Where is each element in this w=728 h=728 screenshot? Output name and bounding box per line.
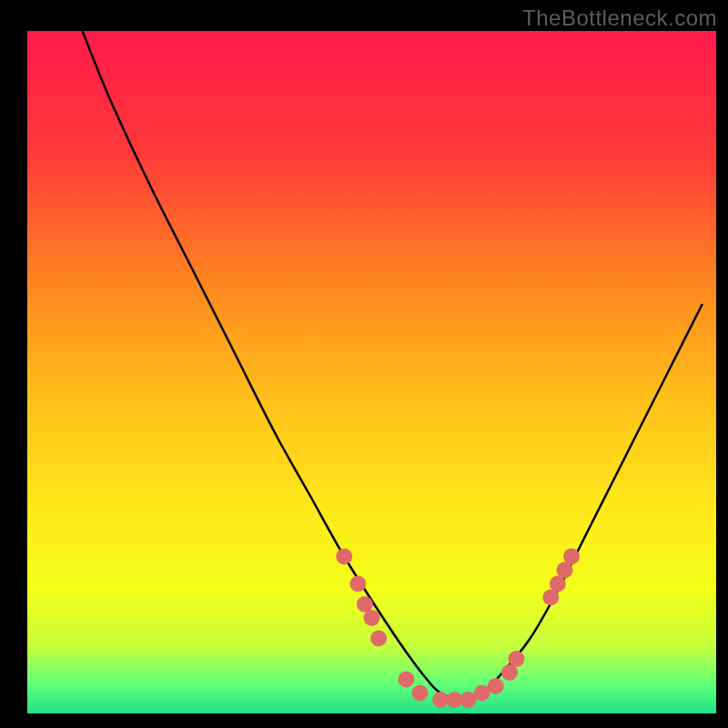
curve-marker xyxy=(336,549,352,565)
curve-marker xyxy=(398,672,414,688)
curve-marker xyxy=(508,651,524,667)
curve-marker xyxy=(411,685,428,702)
curve-marker xyxy=(349,576,366,592)
watermark-text: TheBottleneck.com xyxy=(522,5,717,31)
chart-frame: TheBottleneck.com xyxy=(0,0,728,728)
curve-marker xyxy=(563,549,580,565)
curve-marker xyxy=(364,610,380,626)
bottleneck-chart xyxy=(0,0,728,728)
curve-marker xyxy=(370,631,387,647)
curve-marker xyxy=(488,678,504,694)
